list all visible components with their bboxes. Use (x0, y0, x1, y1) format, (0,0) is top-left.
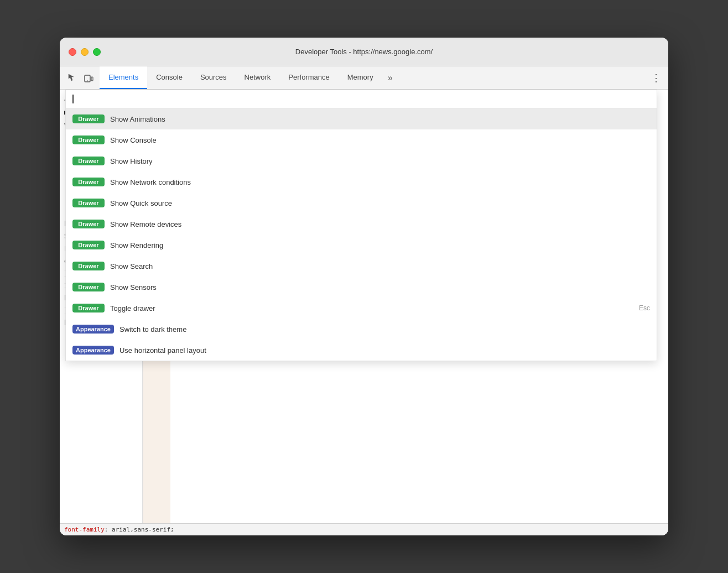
tab-list: Elements Console Sources Network Perform… (100, 66, 382, 89)
tab-console[interactable]: Console (147, 66, 191, 89)
css-colon: : (105, 526, 112, 533)
item-label: Show Sensors (110, 283, 157, 291)
css-value: arial,sans-serif; (112, 526, 174, 533)
badge-drawer: Drawer (72, 136, 105, 144)
inspect-element-icon[interactable] (64, 70, 80, 86)
dropdown-item[interactable]: DrawerShow Remote devices (66, 213, 657, 235)
item-label: Show Network conditions (110, 178, 191, 186)
tab-elements[interactable]: Elements (100, 66, 147, 89)
badge-drawer: Drawer (72, 241, 105, 249)
badge-drawer: Drawer (72, 304, 105, 312)
bottom-bar: font-family : arial,sans-serif; (60, 523, 668, 535)
item-label: Show Console (110, 136, 157, 144)
dropdown-item[interactable]: DrawerShow Rendering (66, 235, 657, 256)
dropdown-item[interactable]: DrawerShow History (66, 150, 657, 171)
dropdown-item[interactable]: DrawerShow Console (66, 129, 657, 150)
badge-appearance: Appearance (72, 325, 114, 334)
command-menu-dropdown: DrawerShow AnimationsDrawerShow ConsoleD… (65, 90, 657, 361)
dropdown-item[interactable]: DrawerShow Quick source (66, 192, 657, 213)
item-label: Show History (110, 157, 153, 165)
badge-drawer: Drawer (72, 157, 105, 165)
search-input[interactable] (74, 95, 650, 103)
item-label: Toggle drawer (110, 304, 155, 312)
dropdown-item[interactable]: DrawerShow Network conditions (66, 171, 657, 192)
dropdown-item[interactable]: DrawerShow Animations (66, 108, 657, 129)
item-label: Show Search (110, 262, 153, 270)
devtools-window: Developer Tools - https://news.google.co… (60, 38, 668, 535)
dropdown-item[interactable]: DrawerToggle drawerEsc (66, 298, 657, 319)
dropdown-item[interactable]: DrawerShow Search (66, 256, 657, 277)
toolbar-menu-icon[interactable]: ⋮ (648, 70, 664, 86)
tab-memory[interactable]: Memory (339, 66, 382, 89)
svg-point-2 (87, 80, 88, 81)
main-content: < ▶ ▼ " v t t g a (60, 90, 668, 523)
badge-appearance: Appearance (72, 346, 114, 355)
item-label: Show Remote devices (110, 220, 181, 228)
window-title: Developer Tools - https://news.google.co… (295, 48, 433, 56)
title-bar: Developer Tools - https://news.google.co… (60, 38, 668, 66)
search-row (66, 90, 657, 108)
badge-drawer: Drawer (72, 114, 105, 123)
tab-network[interactable]: Network (236, 66, 280, 89)
badge-drawer: Drawer (72, 178, 105, 186)
dropdown-item[interactable]: AppearanceUse horizontal panel layout (66, 340, 657, 361)
item-label: Show Animations (110, 115, 165, 123)
dropdown-list: DrawerShow AnimationsDrawerShow ConsoleD… (66, 108, 657, 361)
close-button[interactable] (69, 48, 76, 56)
badge-drawer: Drawer (72, 262, 105, 270)
css-property: font-family (64, 526, 105, 533)
item-label: Use horizontal panel layout (119, 346, 206, 355)
traffic-lights (69, 48, 101, 56)
device-toggle-icon[interactable] (81, 70, 96, 86)
svg-rect-1 (91, 77, 93, 81)
tab-sources[interactable]: Sources (191, 66, 236, 89)
maximize-button[interactable] (93, 48, 101, 56)
badge-drawer: Drawer (72, 199, 105, 207)
item-shortcut: Esc (639, 304, 650, 312)
badge-drawer: Drawer (72, 220, 105, 228)
minimize-button[interactable] (81, 48, 89, 56)
badge-drawer: Drawer (72, 283, 105, 291)
dropdown-item[interactable]: AppearanceSwitch to dark theme (66, 319, 657, 340)
tab-performance[interactable]: Performance (279, 66, 338, 89)
item-label: Switch to dark theme (119, 325, 186, 334)
item-label: Show Rendering (110, 241, 163, 249)
dropdown-item[interactable]: DrawerShow Sensors (66, 277, 657, 298)
toolbar: Elements Console Sources Network Perform… (60, 66, 668, 90)
more-tabs-button[interactable]: » (383, 73, 397, 83)
item-label: Show Quick source (110, 199, 172, 207)
